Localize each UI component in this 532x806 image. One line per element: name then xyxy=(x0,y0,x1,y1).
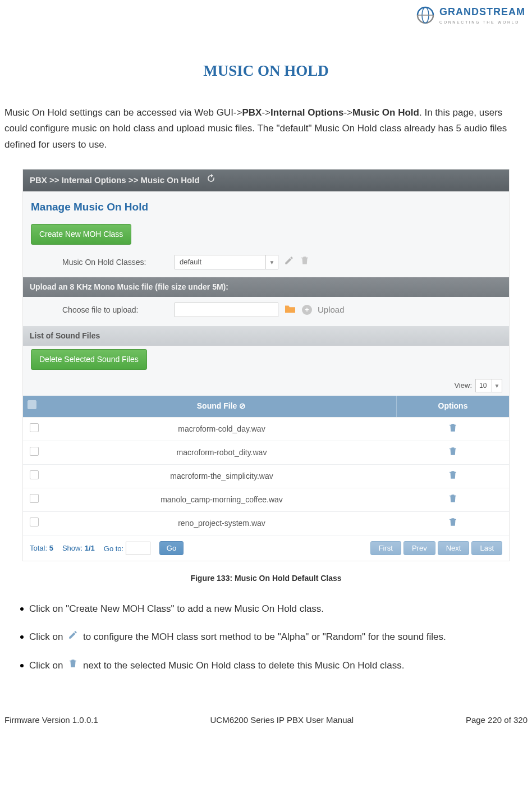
table-row: reno_project-system.wav xyxy=(23,511,509,535)
moh-classes-row: Music On Hold Classes: default ▼ xyxy=(23,250,509,274)
delete-row-icon[interactable] xyxy=(448,446,458,456)
sound-file-name: macroform-the_simplicity.wav xyxy=(47,465,397,488)
bullet-text: Click on to configure the MOH class sort… xyxy=(29,629,446,645)
total-label: Total: 5 xyxy=(30,543,53,554)
chevron-down-icon: ▼ xyxy=(265,255,278,269)
goto-input[interactable] xyxy=(126,542,150,555)
pencil-icon xyxy=(66,631,80,642)
bold-moh: Music On Hold xyxy=(352,107,419,118)
sound-file-name: manolo_camp-morning_coffee.wav xyxy=(47,488,397,511)
refresh-icon[interactable] xyxy=(207,174,215,187)
upload-section-bar: Upload an 8 KHz Mono Music file (file si… xyxy=(23,277,509,297)
footer-center: UCM6200 Series IP PBX User Manual xyxy=(210,714,354,727)
bullet-icon xyxy=(20,607,24,611)
delete-row-icon[interactable] xyxy=(448,423,458,433)
add-icon[interactable]: + xyxy=(302,305,312,315)
delete-selected-button[interactable]: Delete Selected Sound Files xyxy=(31,349,147,370)
intro-paragraph: Music On Hold settings can be accessed v… xyxy=(0,105,532,154)
select-value: default xyxy=(180,257,201,268)
figure-screenshot: PBX >> Internal Options >> Music On Hold… xyxy=(22,169,510,561)
globe-icon xyxy=(415,4,436,26)
pager-next[interactable]: Next xyxy=(438,541,470,555)
list-section-bar: List of Sound Files xyxy=(23,326,509,346)
page-title: MUSIC ON HOLD xyxy=(0,59,532,83)
select-all-checkbox[interactable] xyxy=(27,400,36,409)
pager-first[interactable]: First xyxy=(370,541,401,555)
intro-text: Music On Hold settings can be accessed v… xyxy=(4,107,242,118)
create-moh-button[interactable]: Create New MOH Class xyxy=(31,224,131,245)
bullet-item: Click on "Create New MOH Class" to add a… xyxy=(17,601,515,616)
bold-pbx: PBX xyxy=(242,107,262,118)
pager: First Prev Next Last xyxy=(370,541,502,555)
pager-last[interactable]: Last xyxy=(471,541,502,555)
header-options: Options xyxy=(397,396,509,417)
header-logo: GRANDSTREAM CONNECTING THE WORLD xyxy=(0,0,532,26)
row-checkbox[interactable] xyxy=(30,494,39,503)
delete-icon[interactable] xyxy=(300,255,310,269)
moh-classes-label: Music On Hold Classes: xyxy=(62,257,169,268)
bold-internal: Internal Options xyxy=(270,107,343,118)
header-soundfile-label: Sound File xyxy=(197,401,237,410)
header-checkbox-cell xyxy=(23,396,47,417)
bullet-icon xyxy=(20,635,24,639)
goto-label: Go to: xyxy=(104,544,123,552)
row-checkbox[interactable] xyxy=(30,423,39,432)
row-checkbox[interactable] xyxy=(30,518,39,526)
sound-file-name: macroform-robot_dity.wav xyxy=(47,441,397,464)
row-checkbox[interactable] xyxy=(30,470,39,479)
choose-file-label: Choose file to upload: xyxy=(62,304,169,316)
edit-icon[interactable] xyxy=(284,255,294,269)
show-label: Show: 1/1 xyxy=(62,543,95,554)
goto-group: Go to: xyxy=(104,542,150,555)
delete-row-icon[interactable] xyxy=(448,493,458,503)
folder-icon[interactable] xyxy=(284,301,296,318)
page-footer: Firmware Version 1.0.0.1 UCM6200 Series … xyxy=(0,686,532,727)
footer-left: Firmware Version 1.0.0.1 xyxy=(4,714,98,727)
upload-row: Choose file to upload: + Upload xyxy=(23,297,509,323)
row-checkbox[interactable] xyxy=(30,447,39,456)
sep2: -> xyxy=(343,107,352,118)
footer-right: Page 220 of 320 xyxy=(466,714,528,727)
delete-row-icon[interactable] xyxy=(448,517,458,527)
logo: GRANDSTREAM CONNECTING THE WORLD xyxy=(415,4,525,26)
table-row: macroform-robot_dity.wav xyxy=(23,441,509,464)
moh-classes-select[interactable]: default ▼ xyxy=(175,255,278,269)
bullet-item: Click on next to the selected Music On H… xyxy=(17,657,515,674)
view-value: 10 xyxy=(479,381,487,391)
delete-row-icon[interactable] xyxy=(448,470,458,480)
brand-name: GRANDSTREAM xyxy=(439,4,525,20)
view-label: View: xyxy=(454,380,472,391)
chevron-down-icon: ▼ xyxy=(492,379,502,392)
sound-file-name: macroform-cold_day.wav xyxy=(47,418,397,441)
figure-caption: Figure 133: Music On Hold Default Class xyxy=(0,573,532,584)
bullet-text: Click on "Create New MOH Class" to add a… xyxy=(29,601,324,616)
header-soundfile[interactable]: Sound File ⊘ xyxy=(47,396,397,417)
panel-title: Manage Music On Hold xyxy=(23,191,509,221)
sound-file-name: reno_project-system.wav xyxy=(47,512,397,535)
bullet-list: Click on "Create New MOH Class" to add a… xyxy=(0,601,532,674)
sort-icon: ⊘ xyxy=(239,401,246,410)
table-header: Sound File ⊘ Options xyxy=(23,396,509,417)
table-footer: Total: 5 Show: 1/1 Go to: Go First Prev … xyxy=(23,535,509,561)
trash-icon xyxy=(66,660,80,671)
go-button[interactable]: Go xyxy=(159,541,184,555)
pager-prev[interactable]: Prev xyxy=(403,541,435,555)
sep1: -> xyxy=(262,107,270,118)
upload-label: Upload xyxy=(318,304,345,317)
table-row: macroform-the_simplicity.wav xyxy=(23,464,509,488)
breadcrumb-bar: PBX >> Internal Options >> Music On Hold xyxy=(23,170,509,191)
table-row: manolo_camp-morning_coffee.wav xyxy=(23,488,509,511)
view-row: View: 10 ▼ xyxy=(23,375,509,396)
table-row: macroform-cold_day.wav xyxy=(23,417,509,441)
bullet-text: Click on next to the selected Music On H… xyxy=(29,657,405,674)
brand-tagline: CONNECTING THE WORLD xyxy=(439,20,525,26)
view-select[interactable]: 10 ▼ xyxy=(475,379,502,392)
bullet-item: Click on to configure the MOH class sort… xyxy=(17,629,515,645)
breadcrumb-text: PBX >> Internal Options >> Music On Hold xyxy=(30,174,200,187)
bullet-icon xyxy=(20,664,24,667)
file-input[interactable] xyxy=(175,303,278,317)
